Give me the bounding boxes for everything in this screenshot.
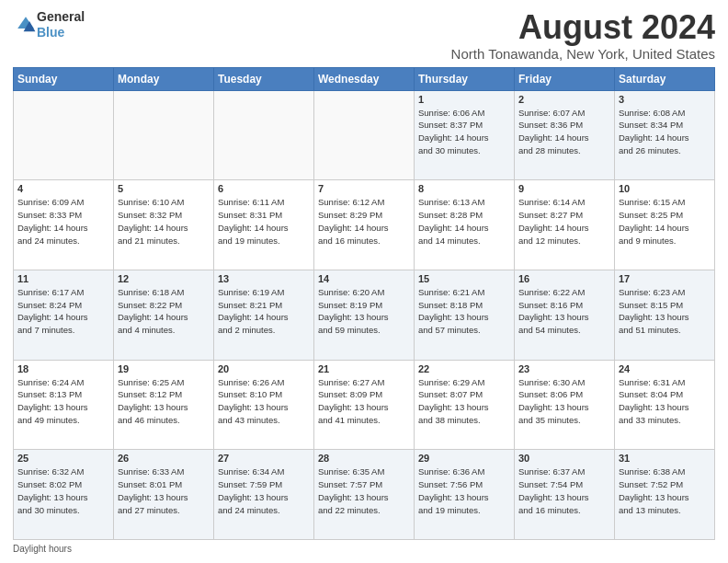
calendar-cell: 6Sunrise: 6:11 AM Sunset: 8:31 PM Daylig… xyxy=(214,180,314,270)
calendar-cell: 13Sunrise: 6:19 AM Sunset: 8:21 PM Dayli… xyxy=(214,270,314,360)
logo-general: General xyxy=(37,9,85,24)
calendar-cell: 2Sunrise: 6:07 AM Sunset: 8:36 PM Daylig… xyxy=(515,90,615,180)
calendar-cell xyxy=(314,90,415,180)
day-info: Sunrise: 6:30 AM Sunset: 8:06 PM Dayligh… xyxy=(518,376,610,427)
location-title: North Tonawanda, New York, United States xyxy=(451,46,715,62)
logo-icon xyxy=(15,14,37,36)
calendar-cell: 25Sunrise: 6:32 AM Sunset: 8:02 PM Dayli… xyxy=(14,450,114,540)
calendar-cell xyxy=(14,90,114,180)
weekday-header-monday: Monday xyxy=(114,67,214,90)
day-info: Sunrise: 6:35 AM Sunset: 7:57 PM Dayligh… xyxy=(318,465,410,516)
day-info: Sunrise: 6:34 AM Sunset: 7:59 PM Dayligh… xyxy=(218,465,310,516)
day-info: Sunrise: 6:27 AM Sunset: 8:09 PM Dayligh… xyxy=(318,376,410,427)
calendar-cell: 11Sunrise: 6:17 AM Sunset: 8:24 PM Dayli… xyxy=(14,270,114,360)
day-info: Sunrise: 6:31 AM Sunset: 8:04 PM Dayligh… xyxy=(619,376,711,427)
day-number: 15 xyxy=(418,273,510,284)
calendar-cell: 12Sunrise: 6:18 AM Sunset: 8:22 PM Dayli… xyxy=(114,270,214,360)
day-info: Sunrise: 6:36 AM Sunset: 7:56 PM Dayligh… xyxy=(418,465,510,516)
day-number: 3 xyxy=(619,94,711,105)
week-row-1: 4Sunrise: 6:09 AM Sunset: 8:33 PM Daylig… xyxy=(14,180,715,270)
weekday-header-tuesday: Tuesday xyxy=(214,67,314,90)
day-info: Sunrise: 6:15 AM Sunset: 8:25 PM Dayligh… xyxy=(619,196,711,247)
footer-note: Daylight hours xyxy=(13,544,715,554)
day-number: 5 xyxy=(118,183,210,194)
header: General Blue August 2024 North Tonawanda… xyxy=(13,9,715,62)
week-row-3: 18Sunrise: 6:24 AM Sunset: 8:13 PM Dayli… xyxy=(14,360,715,450)
weekday-header-saturday: Saturday xyxy=(615,67,715,90)
day-number: 30 xyxy=(518,453,610,464)
day-number: 9 xyxy=(518,183,610,194)
day-info: Sunrise: 6:38 AM Sunset: 7:52 PM Dayligh… xyxy=(619,465,711,516)
day-number: 1 xyxy=(418,94,510,105)
weekday-header-friday: Friday xyxy=(515,67,615,90)
day-info: Sunrise: 6:09 AM Sunset: 8:33 PM Dayligh… xyxy=(17,196,109,247)
day-number: 12 xyxy=(118,273,210,284)
day-info: Sunrise: 6:22 AM Sunset: 8:16 PM Dayligh… xyxy=(518,286,610,337)
day-info: Sunrise: 6:29 AM Sunset: 8:07 PM Dayligh… xyxy=(418,376,510,427)
day-info: Sunrise: 6:08 AM Sunset: 8:34 PM Dayligh… xyxy=(619,107,711,157)
day-number: 18 xyxy=(17,363,109,374)
day-number: 31 xyxy=(619,453,711,464)
day-info: Sunrise: 6:33 AM Sunset: 8:01 PM Dayligh… xyxy=(118,465,210,516)
calendar-cell: 20Sunrise: 6:26 AM Sunset: 8:10 PM Dayli… xyxy=(214,360,314,450)
calendar-cell: 23Sunrise: 6:30 AM Sunset: 8:06 PM Dayli… xyxy=(515,360,615,450)
day-number: 26 xyxy=(118,453,210,464)
day-number: 10 xyxy=(619,183,711,194)
day-number: 2 xyxy=(518,94,610,105)
title-area: August 2024 North Tonawanda, New York, U… xyxy=(451,9,715,62)
calendar-cell: 15Sunrise: 6:21 AM Sunset: 8:18 PM Dayli… xyxy=(415,270,515,360)
calendar-cell: 3Sunrise: 6:08 AM Sunset: 8:34 PM Daylig… xyxy=(615,90,715,180)
calendar-cell: 5Sunrise: 6:10 AM Sunset: 8:32 PM Daylig… xyxy=(114,180,214,270)
calendar-cell: 18Sunrise: 6:24 AM Sunset: 8:13 PM Dayli… xyxy=(14,360,114,450)
calendar-cell: 16Sunrise: 6:22 AM Sunset: 8:16 PM Dayli… xyxy=(515,270,615,360)
day-info: Sunrise: 6:20 AM Sunset: 8:19 PM Dayligh… xyxy=(318,286,410,337)
day-info: Sunrise: 6:37 AM Sunset: 7:54 PM Dayligh… xyxy=(518,465,610,516)
day-number: 17 xyxy=(619,273,711,284)
calendar-cell: 8Sunrise: 6:13 AM Sunset: 8:28 PM Daylig… xyxy=(415,180,515,270)
day-number: 24 xyxy=(619,363,711,374)
calendar-cell: 29Sunrise: 6:36 AM Sunset: 7:56 PM Dayli… xyxy=(415,450,515,540)
calendar-cell: 10Sunrise: 6:15 AM Sunset: 8:25 PM Dayli… xyxy=(615,180,715,270)
daylight-label: Daylight hours xyxy=(13,544,72,554)
day-info: Sunrise: 6:18 AM Sunset: 8:22 PM Dayligh… xyxy=(118,286,210,337)
day-info: Sunrise: 6:19 AM Sunset: 8:21 PM Dayligh… xyxy=(218,286,310,337)
calendar-table: SundayMondayTuesdayWednesdayThursdayFrid… xyxy=(13,67,715,540)
weekday-header-row: SundayMondayTuesdayWednesdayThursdayFrid… xyxy=(14,67,715,90)
calendar-cell: 19Sunrise: 6:25 AM Sunset: 8:12 PM Dayli… xyxy=(114,360,214,450)
weekday-header-thursday: Thursday xyxy=(415,67,515,90)
calendar-cell: 1Sunrise: 6:06 AM Sunset: 8:37 PM Daylig… xyxy=(415,90,515,180)
weekday-header-wednesday: Wednesday xyxy=(314,67,415,90)
month-title: August 2024 xyxy=(451,9,715,46)
week-row-2: 11Sunrise: 6:17 AM Sunset: 8:24 PM Dayli… xyxy=(14,270,715,360)
calendar-cell: 31Sunrise: 6:38 AM Sunset: 7:52 PM Dayli… xyxy=(615,450,715,540)
day-number: 7 xyxy=(318,183,410,194)
day-info: Sunrise: 6:17 AM Sunset: 8:24 PM Dayligh… xyxy=(17,286,109,337)
day-number: 28 xyxy=(318,453,410,464)
day-info: Sunrise: 6:25 AM Sunset: 8:12 PM Dayligh… xyxy=(118,376,210,427)
day-info: Sunrise: 6:07 AM Sunset: 8:36 PM Dayligh… xyxy=(518,107,610,157)
day-info: Sunrise: 6:12 AM Sunset: 8:29 PM Dayligh… xyxy=(318,196,410,247)
day-number: 21 xyxy=(318,363,410,374)
day-number: 14 xyxy=(318,273,410,284)
calendar-cell: 4Sunrise: 6:09 AM Sunset: 8:33 PM Daylig… xyxy=(14,180,114,270)
day-number: 20 xyxy=(218,363,310,374)
day-number: 23 xyxy=(518,363,610,374)
day-info: Sunrise: 6:11 AM Sunset: 8:31 PM Dayligh… xyxy=(218,196,310,247)
day-info: Sunrise: 6:06 AM Sunset: 8:37 PM Dayligh… xyxy=(418,107,510,157)
day-info: Sunrise: 6:26 AM Sunset: 8:10 PM Dayligh… xyxy=(218,376,310,427)
calendar-cell xyxy=(214,90,314,180)
calendar-cell: 30Sunrise: 6:37 AM Sunset: 7:54 PM Dayli… xyxy=(515,450,615,540)
day-number: 16 xyxy=(518,273,610,284)
day-number: 11 xyxy=(17,273,109,284)
day-info: Sunrise: 6:14 AM Sunset: 8:27 PM Dayligh… xyxy=(518,196,610,247)
day-number: 29 xyxy=(418,453,510,464)
day-info: Sunrise: 6:13 AM Sunset: 8:28 PM Dayligh… xyxy=(418,196,510,247)
day-number: 25 xyxy=(17,453,109,464)
day-number: 22 xyxy=(418,363,510,374)
day-number: 19 xyxy=(118,363,210,374)
weekday-header-sunday: Sunday xyxy=(14,67,114,90)
day-info: Sunrise: 6:10 AM Sunset: 8:32 PM Dayligh… xyxy=(118,196,210,247)
page: General Blue August 2024 North Tonawanda… xyxy=(0,0,728,563)
day-number: 6 xyxy=(218,183,310,194)
logo-area: General Blue xyxy=(13,9,85,40)
